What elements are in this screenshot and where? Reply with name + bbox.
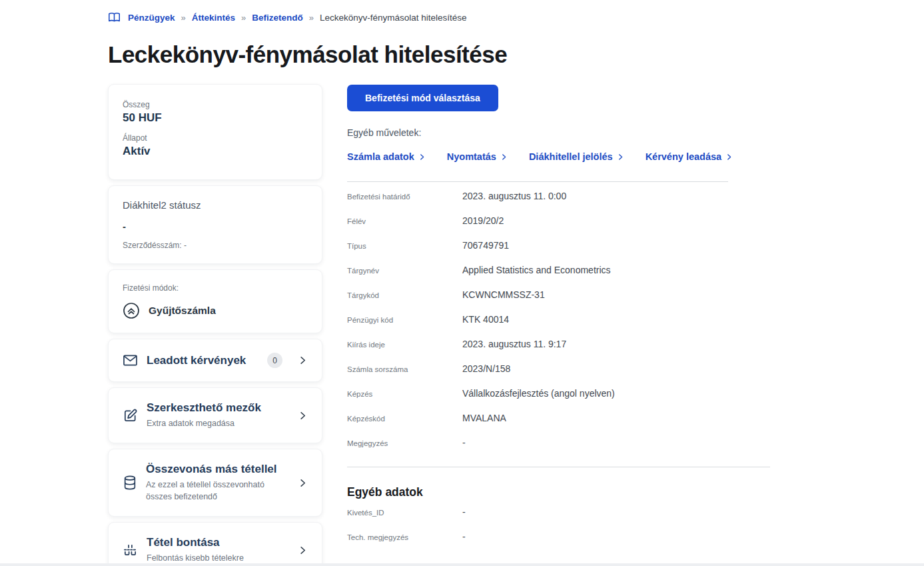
- detail-value: -: [462, 437, 466, 448]
- detail-row: Tech. megjegyzés -: [347, 531, 771, 556]
- breadcrumb-separator: »: [309, 13, 314, 23]
- detail-label: Tárgykód: [347, 291, 462, 299]
- page-title: Leckekönyv-fénymásolat hitelesítése: [108, 41, 924, 68]
- split-item-subtitle: Felbontás kisebb tételekre: [147, 552, 289, 564]
- detail-value: KCWNCMMSSZ-31: [462, 289, 545, 300]
- detail-label: Képzéskód: [347, 415, 462, 423]
- payment-method-name: Gyűjtőszámla: [149, 305, 216, 317]
- amount-label: Összeg: [123, 100, 308, 109]
- breadcrumb-separator: »: [181, 13, 186, 23]
- split-item-card[interactable]: Tétel bontása Felbontás kisebb tételekre: [108, 522, 322, 566]
- detail-label: Pénzügyi kód: [347, 316, 462, 324]
- detail-label: Félév: [347, 217, 462, 225]
- book-icon: [108, 12, 121, 23]
- detail-value: 2023/N/158: [462, 363, 510, 374]
- detail-row: Típus 706749791: [347, 240, 771, 265]
- payment-method-item: Gyűjtőszámla: [123, 302, 308, 319]
- breadcrumb-link-attekintes[interactable]: Áttekintés: [192, 13, 235, 23]
- other-actions-label: Egyéb műveletek:: [347, 127, 771, 138]
- detail-row: Kivetés_ID -: [347, 507, 771, 531]
- divider: [347, 181, 728, 182]
- submitted-requests-title: Leadott kérvények: [147, 354, 258, 367]
- sidebar: Összeg 50 HUF Állapot Aktív Diákhitel2 s…: [108, 84, 322, 566]
- detail-value: 706749791: [462, 240, 509, 251]
- chevron-right-icon: [500, 153, 508, 161]
- payment-methods-card: Fizetési módok: Gyűjtőszámla: [108, 269, 322, 333]
- editable-fields-subtitle: Extra adatok megadása: [147, 417, 289, 429]
- chevron-right-icon: [298, 411, 308, 421]
- payment-methods-label: Fizetési módok:: [123, 283, 308, 293]
- detail-label: Kivetés_ID: [347, 509, 462, 517]
- detail-row: Befizetési határidő 2023. augusztus 11. …: [347, 191, 771, 215]
- main-content: Befizetési mód választása Egyéb művelete…: [347, 84, 771, 566]
- detail-row: Képzés Vállalkozásfejlesztés (angol nyel…: [347, 388, 771, 413]
- detail-label: Képzés: [347, 390, 462, 398]
- detail-value: -: [462, 531, 466, 542]
- action-link[interactable]: Nyomtatás: [447, 151, 508, 162]
- detail-value: KTK 40014: [462, 314, 509, 325]
- edit-icon: [123, 408, 138, 423]
- status-label: Állapot: [123, 133, 308, 143]
- detail-value: -: [462, 507, 466, 517]
- database-icon: [123, 475, 137, 491]
- detail-row: Kiírás ideje 2023. augusztus 11. 9:17: [347, 339, 771, 363]
- loan-status-title: Diákhitel2 státusz: [123, 199, 308, 211]
- chevron-right-icon: [617, 153, 624, 161]
- status-value: Aktív: [123, 145, 308, 158]
- action-links: Számla adatok Nyomtatás Diákhitellel jel…: [347, 151, 771, 162]
- detail-label: Számla sorszáma: [347, 365, 462, 373]
- detail-value: 2023. augusztus 11. 0:00: [462, 191, 566, 201]
- other-data-list: Kivetés_ID - Tech. megjegyzés -: [347, 507, 771, 556]
- divider: [347, 467, 770, 467]
- merge-items-subtitle: Az ezzel a tétellel összevonható összes …: [146, 479, 289, 503]
- detail-value: 2023. augusztus 11. 9:17: [462, 339, 566, 349]
- detail-label: Megjegyzés: [347, 439, 462, 447]
- amount-value: 50 HUF: [123, 111, 308, 125]
- detail-label: Tech. megjegyzés: [347, 533, 462, 541]
- detail-value: MVALANA: [462, 413, 506, 423]
- loan-status-value: -: [123, 221, 308, 232]
- detail-row: Tárgynév Applied Statistics and Economet…: [347, 265, 771, 289]
- student-loan-card: Diákhitel2 státusz - Szerződésszám: -: [108, 185, 322, 264]
- breadcrumb: Pénzügyek » Áttekintés » Befizetendő » L…: [108, 12, 924, 23]
- submitted-requests-card[interactable]: Leadott kérvények 0: [108, 339, 322, 382]
- details-list: Befizetési határidő 2023. augusztus 11. …: [347, 191, 771, 462]
- choose-payment-method-button[interactable]: Befizetési mód választása: [347, 85, 498, 111]
- detail-label: Diákhitellel jelölés dátuma: [347, 559, 436, 560]
- envelope-icon: [123, 354, 138, 367]
- detail-label: Típus: [347, 242, 462, 250]
- loan-contract-number: Szerződésszám: -: [123, 241, 308, 250]
- requests-count-badge: 0: [267, 353, 282, 368]
- breadcrumb-current: Leckekönyv-fénymásolat hitelesítése: [320, 13, 467, 23]
- detail-row: Megjegyzés -: [347, 437, 771, 462]
- chevron-right-icon: [298, 478, 308, 488]
- summary-card: Összeg 50 HUF Állapot Aktív: [108, 84, 322, 180]
- other-data-heading: Egyéb adatok: [347, 485, 771, 499]
- editable-fields-card[interactable]: Szerkeszthető mezők Extra adatok megadás…: [108, 387, 322, 443]
- chevron-right-icon: [298, 355, 308, 365]
- breadcrumb-link-penzugyek[interactable]: Pénzügyek: [128, 13, 175, 23]
- detail-label: Befizetési határidő: [347, 193, 462, 201]
- bottom-strip: [0, 563, 924, 566]
- merge-items-title: Összevonás más tétellel: [146, 463, 289, 476]
- merge-items-card[interactable]: Összevonás más tétellel Az ezzel a tétel…: [108, 449, 322, 517]
- detail-label: Kiírás ideje: [347, 341, 462, 349]
- detail-value: Applied Statistics and Econometrics: [462, 265, 611, 275]
- split-icon: [123, 543, 138, 557]
- breadcrumb-separator: »: [241, 13, 246, 23]
- collection-account-icon: [123, 302, 140, 319]
- chevron-right-icon: [298, 545, 308, 555]
- detail-row: Tárgykód KCWNCMMSSZ-31: [347, 289, 771, 314]
- editable-fields-title: Szerkeszthető mezők: [147, 401, 289, 415]
- split-item-title: Tétel bontása: [147, 536, 289, 549]
- clipped-detail-row: Diákhitellel jelölés dátuma: [347, 556, 771, 560]
- detail-row: Pénzügyi kód KTK 40014: [347, 314, 771, 339]
- action-link[interactable]: Diákhitellel jelölés: [529, 151, 624, 162]
- chevron-right-icon: [418, 153, 426, 161]
- detail-label: Tárgynév: [347, 267, 462, 275]
- page: Pénzügyek » Áttekintés » Befizetendő » L…: [0, 0, 924, 566]
- action-link[interactable]: Kérvény leadása: [646, 151, 733, 162]
- action-link[interactable]: Számla adatok: [347, 151, 426, 162]
- detail-value: 2019/20/2: [462, 215, 504, 226]
- breadcrumb-link-befizetendo[interactable]: Befizetendő: [252, 13, 303, 23]
